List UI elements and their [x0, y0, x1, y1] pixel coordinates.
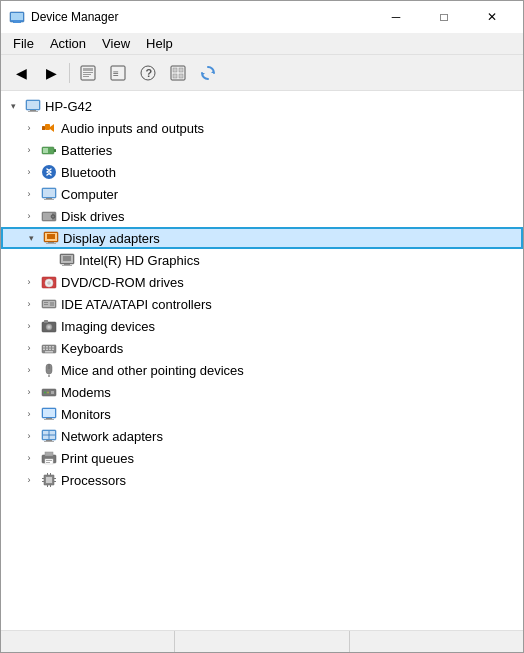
tree-item-computer[interactable]: › Computer: [1, 183, 523, 205]
window-title: Device Manager: [31, 10, 373, 24]
tree-item-batteries[interactable]: › Batteries: [1, 139, 523, 161]
print-expander[interactable]: ›: [21, 450, 37, 466]
help-icon: ?: [140, 65, 156, 81]
svg-rect-55: [44, 302, 48, 303]
network-expander[interactable]: ›: [21, 428, 37, 444]
monitors-expander[interactable]: ›: [21, 406, 37, 422]
svg-rect-99: [54, 478, 56, 479]
svg-rect-97: [42, 478, 44, 479]
menu-view[interactable]: View: [94, 34, 138, 53]
svg-rect-56: [44, 304, 48, 305]
tree-item-bluetooth[interactable]: › Bluetooth: [1, 161, 523, 183]
svg-rect-79: [51, 391, 54, 394]
back-button[interactable]: ◀: [7, 59, 35, 87]
svg-rect-57: [50, 302, 54, 306]
mice-expander[interactable]: ›: [21, 362, 37, 378]
tree-item-display[interactable]: ▾ Display adapters: [1, 227, 523, 249]
tree-item-mice[interactable]: › Mice and other pointing devices: [1, 359, 523, 381]
toolbar: ◀ ▶ ≡ ?: [1, 55, 523, 91]
tree-item-processors[interactable]: › Processors: [1, 469, 523, 491]
computer-expander[interactable]: ›: [21, 186, 37, 202]
tree-item-keyboards[interactable]: › Keyboards: [1, 337, 523, 359]
refresh-icon: [200, 65, 216, 81]
forward-button[interactable]: ▶: [37, 59, 65, 87]
menu-help[interactable]: Help: [138, 34, 181, 53]
display-expander[interactable]: ▾: [23, 230, 39, 246]
svg-rect-21: [27, 101, 39, 109]
keyboards-expander[interactable]: ›: [21, 340, 37, 356]
svg-rect-94: [46, 462, 50, 463]
bluetooth-expander[interactable]: ›: [21, 164, 37, 180]
batteries-expander[interactable]: ›: [21, 142, 37, 158]
tree-item-disk[interactable]: › Disk drives: [1, 205, 523, 227]
menu-bar: File Action View Help: [1, 33, 523, 55]
device-tree[interactable]: ▾ HP-G42 › Audio i: [1, 91, 523, 630]
keyboards-icon: [41, 340, 57, 356]
status-section-3: [350, 631, 523, 652]
svg-rect-16: [173, 74, 177, 78]
svg-rect-3: [13, 22, 21, 23]
help-button[interactable]: ?: [134, 59, 162, 87]
processors-expander[interactable]: ›: [21, 472, 37, 488]
update-icon: ≡: [110, 65, 126, 81]
svg-rect-25: [42, 126, 45, 130]
svg-rect-46: [63, 256, 71, 261]
svg-point-77: [44, 392, 46, 394]
svg-rect-15: [179, 68, 183, 72]
svg-rect-1: [11, 13, 23, 20]
tree-item-modems[interactable]: › Modems: [1, 381, 523, 403]
audio-expander[interactable]: ›: [21, 120, 37, 136]
audio-label: Audio inputs and outputs: [61, 121, 204, 136]
computer-icon-2: [41, 186, 57, 202]
svg-rect-22: [30, 110, 36, 111]
svg-rect-91: [45, 452, 53, 456]
svg-rect-104: [50, 485, 51, 487]
status-section-2: [175, 631, 349, 652]
update-button[interactable]: ≡: [104, 59, 132, 87]
ide-icon: [41, 296, 57, 312]
disk-icon: [41, 208, 57, 224]
audio-icon: [41, 120, 57, 136]
tree-item-ide[interactable]: › IDE ATA/ATAPI controllers: [1, 293, 523, 315]
properties-button[interactable]: [74, 59, 102, 87]
svg-rect-82: [46, 418, 52, 419]
dvd-icon: [41, 274, 57, 290]
intel-icon: [59, 252, 75, 268]
maximize-button[interactable]: □: [421, 1, 467, 33]
properties-icon: [80, 65, 96, 81]
tree-item-print[interactable]: › Print queues: [1, 447, 523, 469]
tree-item-monitors[interactable]: › Monitors: [1, 403, 523, 425]
tree-item-dvd[interactable]: › DVD/CD-ROM drives: [1, 271, 523, 293]
disk-expander[interactable]: ›: [21, 208, 37, 224]
tree-root[interactable]: ▾ HP-G42: [1, 95, 523, 117]
svg-rect-81: [43, 409, 55, 417]
svg-rect-92: [45, 459, 53, 464]
close-button[interactable]: ✕: [469, 1, 515, 33]
title-bar: Device Manager ─ □ ✕: [1, 1, 523, 33]
tree-item-imaging[interactable]: › Imaging devices: [1, 315, 523, 337]
imaging-expander[interactable]: ›: [21, 318, 37, 334]
svg-point-78: [47, 392, 49, 394]
tree-item-network[interactable]: › Network adapters: [1, 425, 523, 447]
tree-item-intel[interactable]: › Intel(R) HD Graphics: [1, 249, 523, 271]
svg-text:≡: ≡: [113, 68, 119, 79]
menu-file[interactable]: File: [5, 34, 42, 53]
processors-icon: [41, 472, 57, 488]
tree-item-audio[interactable]: › Audio inputs and outputs: [1, 117, 523, 139]
batteries-icon: [41, 142, 57, 158]
svg-rect-96: [46, 477, 52, 483]
ide-expander[interactable]: ›: [21, 296, 37, 312]
print-label: Print queues: [61, 451, 134, 466]
svg-rect-17: [179, 74, 183, 78]
svg-rect-66: [52, 346, 54, 348]
scan-button[interactable]: [164, 59, 192, 87]
refresh-button[interactable]: [194, 59, 222, 87]
modems-expander[interactable]: ›: [21, 384, 37, 400]
display-label: Display adapters: [63, 231, 160, 246]
minimize-button[interactable]: ─: [373, 1, 419, 33]
dvd-expander[interactable]: ›: [21, 274, 37, 290]
menu-action[interactable]: Action: [42, 34, 94, 53]
root-expander[interactable]: ▾: [5, 98, 21, 114]
scan-icon: [170, 65, 186, 81]
network-label: Network adapters: [61, 429, 163, 444]
